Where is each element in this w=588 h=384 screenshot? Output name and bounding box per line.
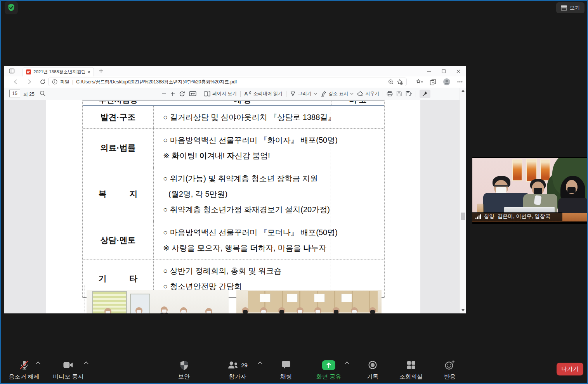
pdf-draw-button[interactable]: 그리기	[290, 90, 317, 97]
pdf-favicon	[26, 69, 31, 74]
reactions-button[interactable]: 반응	[444, 360, 456, 381]
table-content-line: ※ 사랑을 모으자, 행복을 더하자, 마음을 나누자	[163, 240, 329, 256]
participants-options-chevron[interactable]	[258, 362, 262, 364]
pdf-zoom-in-icon[interactable]	[170, 91, 175, 97]
view-button[interactable]: 보기	[556, 2, 585, 13]
connection-signal-icon	[475, 214, 481, 219]
video-camera-icon	[63, 360, 73, 370]
browser-tab[interactable]: 2021년 1388청소년지원단 총회	[23, 67, 94, 76]
stop-video-button[interactable]: 비디오 중지	[53, 360, 83, 381]
record-label: 기록	[367, 373, 378, 381]
table-content-cell: ○ 마음방역백신 선물꾸러미 『화이자』 배포(50명)※ 화이팅! 이겨내! …	[154, 129, 331, 167]
toolbar-separator	[416, 91, 416, 97]
pdf-rotate-icon[interactable]	[179, 91, 186, 97]
pdf-save-icon[interactable]	[396, 91, 402, 97]
scrollbar-thumb[interactable]	[461, 213, 465, 220]
pdf-scrollbar[interactable]	[460, 88, 466, 313]
security-button[interactable]: 보안	[178, 360, 190, 381]
browser-tab-strip: 2021년 1388청소년지원단 총회	[4, 66, 466, 76]
pdf-page-input[interactable]: 15	[9, 90, 20, 97]
pdf-search-icon[interactable]	[40, 90, 46, 97]
unmute-button[interactable]: 음소거 해제	[9, 360, 39, 381]
box-label	[341, 294, 352, 302]
minimize-button[interactable]	[421, 66, 436, 76]
share-options-chevron[interactable]	[345, 362, 349, 364]
chat-bubble-icon	[281, 360, 291, 370]
table-header-row: 추진사업명내 용비 고	[83, 100, 384, 106]
forward-icon[interactable]	[26, 79, 33, 85]
tab-actions-icon[interactable]	[9, 68, 15, 74]
breakout-rooms-button[interactable]: 소회의실	[399, 360, 423, 381]
refresh-icon[interactable]	[40, 79, 46, 85]
box-label	[314, 294, 325, 302]
pdf-tools-group: 페이지 보기 A 소리내어 읽기 그리기 강조 표시 지우기	[161, 88, 430, 100]
meeting-security-shield-button[interactable]	[5, 1, 18, 14]
pdf-draw-label: 그리기	[298, 90, 312, 97]
pdf-zoom-out-icon[interactable]	[161, 91, 167, 97]
more-menu-icon[interactable]	[457, 81, 463, 83]
pdf-page-view-button[interactable]: 페이지 보기	[204, 90, 237, 97]
profile-avatar-icon[interactable]	[443, 78, 451, 86]
maximize-button[interactable]	[436, 66, 451, 76]
people-row	[87, 305, 229, 313]
security-shield-icon	[180, 360, 189, 370]
table-header-cell: 추진사업명	[83, 100, 154, 105]
record-button[interactable]: 기록	[367, 360, 378, 381]
pdf-page-count-label: 의 25	[23, 91, 35, 98]
participant-names-text: 청양_김은미, 이선우, 임창국	[484, 213, 550, 220]
scrollbar-up-icon[interactable]	[461, 90, 465, 92]
table-content-cell: ○ 마음방역백신 선물꾸러미 『모더나』 배포(50명)※ 사랑을 모으자, 행…	[154, 221, 331, 259]
page-info-icon[interactable]	[52, 79, 57, 85]
participant-video-thumbnail[interactable]: 청양_김은미, 이선우, 임창국	[472, 157, 588, 224]
table-content-line: ※ 화이팅! 이겨내! 자신감 붐업!	[163, 148, 329, 163]
zoom-page-icon[interactable]	[388, 79, 394, 85]
group-photo-left	[87, 290, 229, 313]
collections-icon[interactable]	[430, 79, 436, 85]
close-button[interactable]	[451, 66, 466, 76]
pdf-erase-label: 지우기	[365, 90, 379, 97]
zoom-meeting-toolbar: 음소거 해제 비디오 중지 보안 29 참가자	[0, 352, 588, 382]
video-options-chevron[interactable]	[84, 362, 88, 364]
tab-close-icon[interactable]	[87, 71, 90, 74]
pdf-read-aloud-button[interactable]: A 소리내어 읽기	[244, 90, 283, 97]
participants-button[interactable]: 29 참가자	[227, 360, 248, 381]
pdf-photos-section	[85, 285, 382, 313]
pdf-page: 추진사업명내 용비 고 발견·구조○ 길거리상담 및 심야아웃리치 『상담로 1…	[46, 100, 420, 313]
address-url-field[interactable]: 파일 | C:/Users/꿈드림/Desktop/2021년%201388청소…	[48, 78, 407, 86]
pdf-print-icon[interactable]	[387, 91, 393, 97]
table-content-cell: ○ 길거리상담 및 심야아웃리치 『상담로 1388길』	[154, 106, 331, 128]
table-note-cell	[331, 221, 384, 259]
table-content-line: ○ 마음방역백신 선물꾸러미 『화이자』 배포(50명)	[163, 132, 329, 148]
pdf-erase-button[interactable]: 지우기	[357, 90, 379, 97]
leave-meeting-button[interactable]: 나가기	[557, 363, 583, 375]
table-category-cell: 상담·멘토	[83, 221, 154, 259]
browser-address-bar: 파일 | C:/Users/꿈드림/Desktop/2021년%201388청소…	[4, 76, 466, 88]
favorites-star-icon[interactable]	[397, 79, 403, 85]
table-content-line: ○ 길거리상담 및 심야아웃리치 『상담로 1388길』	[163, 109, 329, 125]
unmute-label: 음소거 해제	[9, 373, 39, 381]
tab-title: 2021년 1388청소년지원단 총회	[33, 69, 85, 75]
pdf-pin-toolbar-button[interactable]	[420, 90, 430, 98]
scrollbar-down-icon[interactable]	[461, 309, 465, 311]
audio-options-chevron[interactable]	[36, 362, 40, 364]
table-row: 복 지○ 위기(가능) 및 취약계층 청소년 장학금 지원(월2명, 각 5만원…	[83, 167, 384, 221]
pdf-fit-width-icon[interactable]	[189, 91, 196, 97]
toolbar-separator	[383, 91, 383, 97]
table-note-cell	[331, 106, 384, 128]
share-screen-button[interactable]: 화면 공유	[316, 360, 341, 381]
pdf-save-as-icon[interactable]	[406, 91, 412, 97]
table-content-cell: ○ 위기(가능) 및 취약계층 청소년 장학금 지원(월2명, 각 5만원)○ …	[154, 167, 331, 221]
address-divider: |	[72, 79, 73, 85]
chat-label: 채팅	[280, 373, 292, 381]
pdf-highlight-button[interactable]: 강조 표시	[321, 90, 354, 97]
share-screen-label: 화면 공유	[316, 373, 341, 381]
back-icon[interactable]	[12, 79, 19, 85]
security-label: 보안	[178, 373, 190, 381]
pdf-highlight-label: 강조 표시	[328, 90, 348, 97]
record-icon	[368, 360, 377, 370]
chat-button[interactable]: 채팅	[280, 360, 292, 381]
microphone-muted-icon	[19, 360, 29, 370]
table-content-line: ○ 위기(가능) 및 취약계층 청소년 장학금 지원	[163, 171, 329, 186]
favorites-bar-icon[interactable]	[416, 79, 423, 85]
new-tab-button[interactable]	[99, 68, 104, 73]
